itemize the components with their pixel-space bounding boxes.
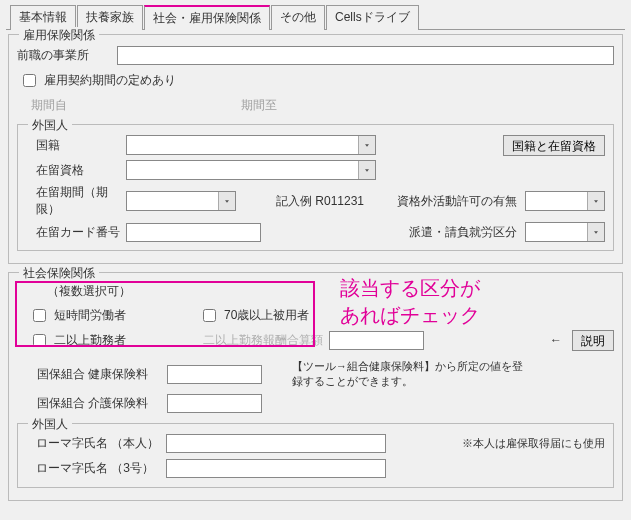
employment-insurance-group: 雇用保険関係 前職の事業所 雇用契約期間の定めあり 期間自 期間至 外国人 国籍 <box>8 34 623 264</box>
over70-label: 70歳以上被用者 <box>224 307 309 324</box>
prev-office-label: 前職の事業所 <box>17 47 117 64</box>
prev-office-input[interactable] <box>117 46 614 65</box>
dispatch-dropdown-btn[interactable] <box>587 223 604 241</box>
period-from-label: 期間自 <box>31 97 241 114</box>
foreigner-group-2: 外国人 ローマ字氏名 （本人） ※本人は雇保取得届にも使用 ローマ字氏名 （3号… <box>17 423 614 488</box>
kokuho-health-input[interactable] <box>167 365 262 384</box>
nationality-input[interactable] <box>127 136 358 154</box>
contract-term-label: 雇用契約期間の定めあり <box>44 72 176 89</box>
residence-period-dropdown[interactable] <box>126 191 236 211</box>
short-time-checkbox[interactable] <box>33 309 46 322</box>
kokuho-care-input[interactable] <box>167 394 262 413</box>
residence-status-dropdown[interactable] <box>126 160 376 180</box>
roman-3go-input[interactable] <box>166 459 386 478</box>
residence-period-label: 在留期間（期限） <box>36 184 126 218</box>
foreigner-group-1: 外国人 国籍 国籍と在留資格 在留資格 在留期間（期限） <box>17 124 614 251</box>
dual-pay-label: 二以上勤務報酬合算額 <box>203 332 323 349</box>
kokuho-health-label: 国保組合 健康保険料 <box>37 366 167 383</box>
employment-legend: 雇用保険関係 <box>19 27 99 44</box>
dual-pay-input[interactable] <box>329 331 424 350</box>
residence-status-label: 在留資格 <box>36 162 126 179</box>
dispatch-label: 派遣・請負就労区分 <box>409 224 517 241</box>
nationality-dropdown-btn[interactable] <box>358 136 375 154</box>
nationality-label: 国籍 <box>36 137 126 154</box>
over70-checkbox[interactable] <box>203 309 216 322</box>
roman-note: ※本人は雇保取得届にも使用 <box>462 436 605 451</box>
kokuho-note: 【ツール→組合健康保険料】から所定の値を登録することができます。 <box>292 359 532 390</box>
arrow-label: ← <box>550 333 562 347</box>
dual-worker-checkbox[interactable] <box>33 334 46 347</box>
activity-permit-label: 資格外活動許可の有無 <box>397 193 517 210</box>
roman-self-label: ローマ字氏名 （本人） <box>36 435 166 452</box>
residence-period-dropdown-btn[interactable] <box>218 192 235 210</box>
roman-3go-label: ローマ字氏名 （3号） <box>36 460 166 477</box>
kokuho-care-label: 国保組合 介護保険料 <box>37 395 167 412</box>
social-insurance-group: 社会保険関係 （複数選択可） 短時間労働者 70歳以上被用者 二以上勤務者 二以… <box>8 272 623 501</box>
dispatch-input[interactable] <box>526 223 587 241</box>
dual-worker-label: 二以上勤務者 <box>54 332 126 349</box>
explain-button[interactable]: 説明 <box>572 330 614 351</box>
social-legend: 社会保険関係 <box>19 265 99 282</box>
foreigner-legend-1: 外国人 <box>28 117 72 134</box>
residence-period-input[interactable] <box>127 192 218 210</box>
multi-select-label: （複数選択可） <box>47 283 614 300</box>
tab-cells-drive[interactable]: Cellsドライブ <box>326 5 419 30</box>
residence-status-input[interactable] <box>127 161 358 179</box>
activity-permit-dropdown[interactable] <box>525 191 605 211</box>
tab-insurance[interactable]: 社会・雇用保険関係 <box>144 5 270 30</box>
nationality-dropdown[interactable] <box>126 135 376 155</box>
activity-permit-dropdown-btn[interactable] <box>587 192 604 210</box>
card-no-label: 在留カード番号 <box>36 224 126 241</box>
short-time-label: 短時間労働者 <box>54 307 126 324</box>
residence-status-dropdown-btn[interactable] <box>358 161 375 179</box>
example-label: 記入例 R011231 <box>276 193 364 210</box>
roman-self-input[interactable] <box>166 434 386 453</box>
activity-permit-input[interactable] <box>526 192 587 210</box>
nationality-status-button[interactable]: 国籍と在留資格 <box>503 135 605 156</box>
foreigner-legend-2: 外国人 <box>28 416 72 433</box>
contract-term-checkbox[interactable] <box>23 74 36 87</box>
tab-other[interactable]: その他 <box>271 5 325 30</box>
card-no-input[interactable] <box>126 223 261 242</box>
dispatch-dropdown[interactable] <box>525 222 605 242</box>
period-to-label: 期間至 <box>241 97 277 114</box>
